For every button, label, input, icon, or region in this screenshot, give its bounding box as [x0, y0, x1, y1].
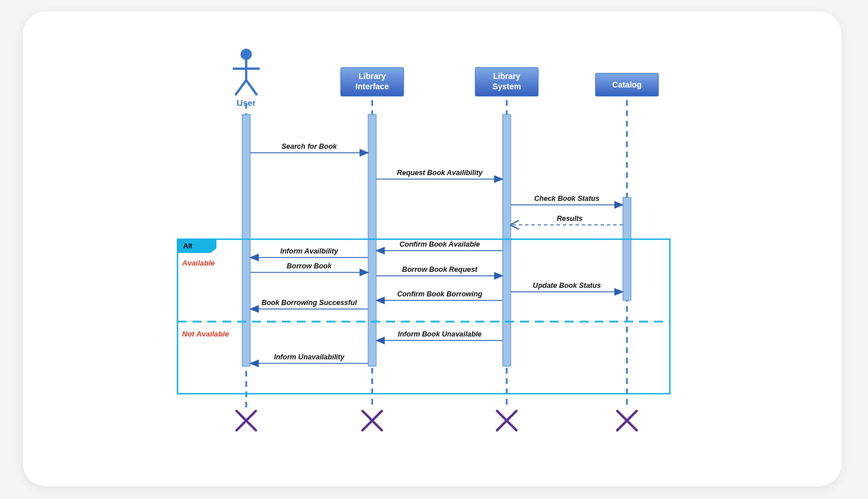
svg-text:Inform Availbility: Inform Availbility	[281, 247, 339, 255]
svg-text:Confirm Book Available: Confirm Book Available	[400, 240, 480, 248]
guard-not-available: Not Available	[182, 330, 229, 338]
svg-text:Results: Results	[557, 215, 582, 223]
svg-text:Borrow Book: Borrow Book	[287, 262, 333, 270]
svg-text:System: System	[492, 82, 521, 91]
svg-text:Request Book Availibility: Request Book Availibility	[397, 169, 483, 177]
svg-text:Search for Book: Search for Book	[282, 142, 338, 151]
svg-text:Interface: Interface	[356, 82, 389, 91]
activation-user	[242, 114, 250, 366]
svg-text:Inform Book Unavailable: Inform Book Unavailable	[398, 330, 482, 338]
svg-text:Update Book Status: Update Book Status	[533, 282, 601, 290]
participant-library-system: Library System	[475, 68, 538, 96]
svg-point-0	[240, 49, 252, 60]
actor-user-label: User	[236, 98, 256, 108]
participant-library-interface: Library Interface	[341, 68, 404, 96]
svg-text:Library: Library	[358, 72, 386, 81]
svg-text:Catalog: Catalog	[612, 80, 641, 89]
svg-text:Confirm Book Borrowing: Confirm Book Borrowing	[397, 290, 483, 298]
svg-text:Borrow Book Request: Borrow Book Request	[402, 266, 478, 274]
alt-fragment	[177, 239, 670, 394]
destroy-interface	[362, 411, 382, 430]
diagram-card: User Library Interface Library System Ca…	[23, 11, 842, 486]
sequence-diagram: User Library Interface Library System Ca…	[23, 11, 842, 486]
svg-text:Check Book Status: Check Book Status	[534, 195, 599, 203]
actor-user	[234, 49, 259, 94]
svg-text:Library: Library	[493, 72, 520, 81]
svg-line-3	[236, 80, 246, 94]
alt-label: Alt	[183, 242, 192, 250]
destroy-user	[236, 411, 256, 430]
participant-catalog: Catalog	[595, 73, 658, 96]
svg-line-4	[246, 80, 257, 94]
destroy-catalog	[617, 411, 637, 430]
activation-interface	[368, 114, 376, 366]
svg-text:Book Borrowing Successful: Book Borrowing Successful	[262, 299, 357, 307]
destroy-system	[497, 411, 516, 430]
guard-available: Available	[182, 259, 215, 267]
activation-catalog	[623, 197, 631, 300]
activation-system	[503, 114, 511, 366]
svg-text:Inform Unavailability: Inform Unavailability	[274, 353, 345, 361]
